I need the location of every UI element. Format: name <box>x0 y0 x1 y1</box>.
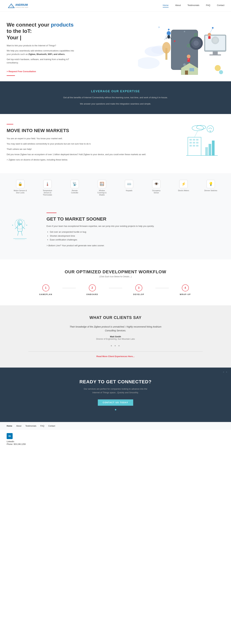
workflow-step-3[interactable]: 3 DEVELOP <box>122 284 155 295</box>
svg-rect-15 <box>213 52 218 55</box>
market-sooner-intro: Even if your team has exceptional firmwa… <box>47 224 224 228</box>
nav-contact[interactable]: Contact <box>217 4 224 8</box>
step-3-label: DEVELOP <box>122 294 155 295</box>
ready-dots: • • <box>223 370 228 374</box>
read-more-clients-link[interactable]: Read More Client Experiences Here... <box>97 355 135 358</box>
footer-nav: Home About Testimonials FAQ Contact <box>0 422 231 430</box>
svg-line-71 <box>21 231 22 236</box>
hero-body1: Want to link your products to the Intern… <box>7 44 76 48</box>
request-consultation-link[interactable]: Request Free Consultation <box>7 70 36 73</box>
leverage-body1: Get all the benefits of Internet Connect… <box>7 96 224 100</box>
icon-item-5: 👁️Occupancy Sensor <box>148 178 165 198</box>
svg-point-46 <box>207 126 213 132</box>
icon-label-6: Electric Meters <box>178 190 189 192</box>
workflow-section: OUR OPTIMIZED DEVELOPMENT WORKFLOW (Clic… <box>0 259 231 305</box>
step-2-circle: 2 <box>89 284 96 292</box>
svg-line-69 <box>22 226 25 229</box>
svg-line-31 <box>170 36 171 39</box>
svg-rect-56 <box>189 145 192 146</box>
markets-p5: > Zigbee runs on dozens of device types,… <box>7 158 171 162</box>
market-sooner-heading: GET TO MARKET SOONER <box>47 216 224 222</box>
icon-item-0: 🔒Motion Sensors & Door Locks <box>12 178 29 198</box>
icon-box-2: 📡 <box>71 180 79 188</box>
svg-rect-61 <box>212 140 214 156</box>
workflow-step-1[interactable]: 1 GAMEPLAN <box>29 284 62 295</box>
icon-label-5: Occupancy Sensor <box>150 190 163 194</box>
hero-headline: We connect your products to the IoT: You… <box>7 22 76 41</box>
svg-rect-58 <box>196 145 198 146</box>
step-4-label: WRAP-UP <box>169 294 202 295</box>
svg-rect-22 <box>185 70 188 75</box>
icon-box-3: 🪟 <box>98 180 106 188</box>
svg-rect-57 <box>193 145 195 146</box>
svg-point-6 <box>138 57 160 69</box>
markets-image <box>178 124 224 157</box>
svg-text:✦: ✦ <box>23 220 25 221</box>
workflow-steps: 1 GAMEPLAN 2 ONBOARD 3 DEVELOP 4 WRAP-UP <box>7 284 224 295</box>
market-sooner-content: GET TO MARKET SOONER Even if your team h… <box>47 212 224 249</box>
hero-body3: Get top-notch hardware, software, and tr… <box>7 58 76 65</box>
ready-body: Our services are perfect for companies l… <box>82 387 149 394</box>
icon-label-3: Window Coverings & Shades <box>95 190 109 196</box>
bullet-3: Ease certification challenges <box>50 238 224 242</box>
svg-rect-40 <box>187 58 190 62</box>
step-3-circle: 3 <box>135 284 142 292</box>
icon-box-6: ⚡ <box>179 180 188 188</box>
svg-point-43 <box>219 70 223 74</box>
testimonial-dots: • • • <box>7 344 224 348</box>
svg-rect-23 <box>189 68 194 71</box>
nav-home[interactable]: Home <box>163 4 169 8</box>
svg-rect-55 <box>196 142 198 144</box>
bottom-line: > Bottom Line? Your product will generat… <box>47 244 224 248</box>
svg-text:✦: ✦ <box>16 220 17 221</box>
svg-rect-33 <box>208 36 210 39</box>
svg-rect-53 <box>189 142 192 144</box>
svg-text:ANDRIUM: ANDRIUM <box>15 4 28 6</box>
step-4-circle: 4 <box>182 284 189 292</box>
step-1-circle: 1 <box>42 284 49 292</box>
svg-rect-16 <box>209 54 221 56</box>
footer-nav-about[interactable]: About <box>16 425 21 427</box>
icon-box-1: 🌡️ <box>43 180 52 188</box>
leverage-body2: We answer your questions and make the in… <box>7 102 224 106</box>
icon-label-1: Temperature Sensors & Thermostats <box>41 190 54 196</box>
footer-nav-faq[interactable]: FAQ <box>40 425 44 427</box>
svg-point-20 <box>162 42 170 54</box>
svg-text:✦: ✦ <box>26 224 28 226</box>
nav-about[interactable]: About <box>175 4 181 8</box>
bullet-2: Shorten development time <box>50 234 224 238</box>
logo[interactable]: ANDRIUM CONSULTING SERVICES <box>7 2 28 10</box>
svg-text:✦: ✦ <box>12 224 14 226</box>
bullet-1: Get over an unexpected hurdle or bug <box>50 230 224 234</box>
footer-nav-contact[interactable]: Contact <box>48 425 55 427</box>
workflow-heading: OUR OPTIMIZED DEVELOPMENT WORKFLOW <box>7 269 224 274</box>
svg-text:✈: ✈ <box>158 26 160 29</box>
markets-p1: You are an expert in your field. You kno… <box>7 137 171 140</box>
testimonial-quote: Their knowledge of the Zigbee protocol i… <box>66 325 165 333</box>
nav-faq[interactable]: FAQ <box>206 4 210 8</box>
svg-point-65 <box>18 220 22 225</box>
footer: in LinkedIn Phone: 303.246.1293 <box>0 430 231 449</box>
footer-nav-home[interactable]: Home <box>7 425 12 427</box>
nav-testimonials[interactable]: Testimonials <box>187 4 199 8</box>
svg-point-28 <box>167 31 171 35</box>
workflow-step-2[interactable]: 2 ONBOARD <box>76 284 109 295</box>
icon-box-0: 🔒 <box>16 180 25 188</box>
nav-links: Home About Testimonials FAQ Contact <box>163 4 224 8</box>
icon-box-4: ⌨️ <box>125 180 133 188</box>
leverage-section: LEVERAGE OUR EXPERTISE Get all the benef… <box>0 81 231 114</box>
hero-image: ♥ ✈ <box>138 15 231 78</box>
workflow-step-4[interactable]: 4 WRAP-UP <box>169 284 202 295</box>
svg-line-70 <box>18 231 19 236</box>
ready-heading: READY TO GET CONNECTED? <box>7 379 224 384</box>
linkedin-button[interactable]: in <box>7 433 13 439</box>
svg-rect-52 <box>196 139 198 140</box>
hero-divider <box>7 75 15 76</box>
svg-marker-66 <box>18 221 21 226</box>
svg-point-26 <box>168 29 169 30</box>
linkedin-label: LinkedIn <box>7 440 224 443</box>
footer-nav-testimonials[interactable]: Testimonials <box>26 425 36 427</box>
contact-us-today-button[interactable]: CONTACT US TODAY <box>98 400 133 406</box>
markets-p3: That's where we can help! <box>7 147 171 151</box>
svg-point-9 <box>184 31 185 32</box>
